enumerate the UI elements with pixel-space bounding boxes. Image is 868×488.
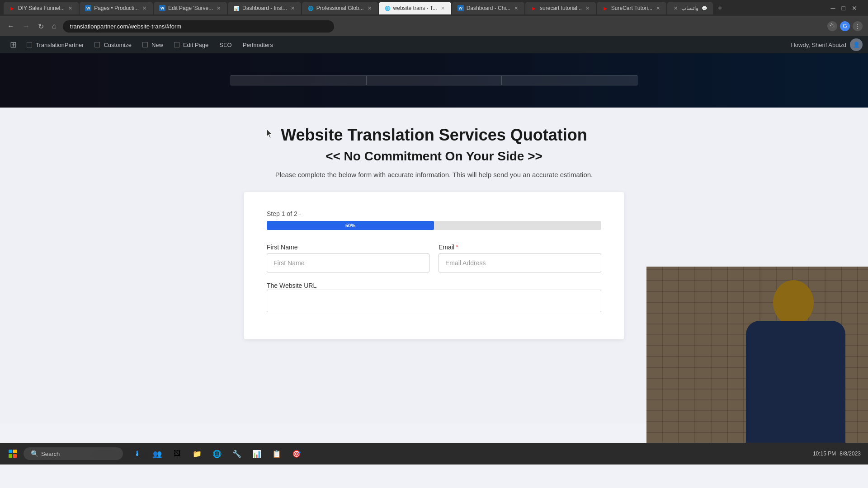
wp-admin-seo[interactable]: SEO <box>214 36 237 53</box>
tab-bar: ▶ DIY Sales Funnel... ✕ W Pages • Produc… <box>0 0 868 16</box>
page-title: Website Translation Services Quotation <box>281 126 587 145</box>
taskbar-app-chrome[interactable]: 🌐 <box>208 445 226 463</box>
hero-nav-item-3[interactable] <box>502 75 637 85</box>
taskbar-app-explorer[interactable]: 📁 <box>188 445 206 463</box>
address-bar: ← → ↻ ⌂ 🔌 G ⋮ <box>0 16 868 36</box>
tab-10[interactable]: 💬 واتساب ✕ <box>667 2 713 14</box>
toolbar-icons: 🔌 G ⋮ <box>827 21 863 31</box>
taskbar-app-settings[interactable]: 🔧 <box>228 445 246 463</box>
tab-7[interactable]: W Dashboard - Chi... ✕ <box>452 2 524 14</box>
tab-close-2[interactable]: ✕ <box>142 5 147 12</box>
mouse-cursor <box>267 129 274 141</box>
wp-admin-translation-partner[interactable]: TranslationPartner <box>21 36 89 53</box>
first-name-label: First Name <box>267 244 429 251</box>
page-description: Please complete the below form with accu… <box>275 171 593 178</box>
video-overlay <box>646 267 868 443</box>
taskbar-app-people[interactable]: 👥 <box>148 445 166 463</box>
minimize-button[interactable]: ─ <box>829 3 837 14</box>
close-browser-button[interactable]: ✕ <box>850 3 859 14</box>
form-group-email: Email* <box>439 244 601 272</box>
taskbar-app-excel[interactable]: 📊 <box>248 445 266 463</box>
extensions-icon[interactable]: 🔌 <box>827 21 837 31</box>
progress-bar-fill: 50% <box>267 221 434 230</box>
email-input[interactable] <box>439 253 601 272</box>
tab-close-8[interactable]: ✕ <box>585 5 590 12</box>
checkbox-icon <box>142 42 148 47</box>
hero-nav-item-1[interactable] <box>231 75 366 85</box>
tab-8[interactable]: ▶ surecart tutorial... ✕ <box>525 2 596 14</box>
taskbar-right: 10:15 PM 8/8/2023 <box>813 450 864 457</box>
tab-close-1[interactable]: ✕ <box>67 5 73 12</box>
tab-close-6[interactable]: ✕ <box>440 5 446 12</box>
website-url-input[interactable] <box>267 290 601 312</box>
form-group-first-name: First Name <box>267 244 429 272</box>
wp-admin-avatar[interactable]: 👤 <box>850 38 863 51</box>
taskbar: 🔍 Search 🌡 👥 🖼 📁 🌐 🔧 📊 📋 🎯 10:15 PM 8/8/… <box>0 443 868 465</box>
taskbar-apps: 🌡 👥 🖼 📁 🌐 🔧 📊 📋 🎯 <box>128 445 306 463</box>
taskbar-time: 10:15 PM <box>813 450 836 457</box>
page-subtitle: << No Commitment On Your Side >> <box>326 149 542 164</box>
checkbox-icon <box>27 42 32 47</box>
hero-nav <box>0 75 868 85</box>
tab-close-4[interactable]: ✕ <box>290 5 296 12</box>
checkbox-icon <box>174 42 179 47</box>
progress-bar-container: 50% <box>267 221 601 230</box>
taskbar-app-other[interactable]: 🎯 <box>288 445 306 463</box>
form-card: Step 1 of 2 - 50% First Name Email* The … <box>244 192 624 339</box>
tab-close-3[interactable]: ✕ <box>216 5 222 12</box>
new-tab-button[interactable]: + <box>714 4 726 13</box>
taskbar-app-notes[interactable]: 📋 <box>268 445 286 463</box>
refresh-button[interactable]: ↻ <box>36 20 46 33</box>
taskbar-search[interactable]: 🔍 Search <box>24 447 123 460</box>
wp-logo[interactable]: ⊞ <box>5 40 21 50</box>
tab-6[interactable]: 🌐 website trans - T... ✕ <box>379 2 451 14</box>
email-label: Email* <box>439 244 601 251</box>
wp-admin-new[interactable]: New <box>137 36 169 53</box>
hero-nav-item-2[interactable] <box>366 75 502 85</box>
taskbar-app-weather[interactable]: 🌡 <box>128 445 146 463</box>
tab-3[interactable]: W Edit Page 'Surve... ✕ <box>154 2 227 14</box>
step-label: Step 1 of 2 - <box>267 210 601 217</box>
tab-9[interactable]: ▶ SureCart Tutori... ✕ <box>597 2 666 14</box>
tab-5[interactable]: 🌐 Professional Glob... ✕ <box>302 2 378 14</box>
wp-admin-perfmatters[interactable]: Perfmatters <box>237 36 278 53</box>
profile-icon[interactable]: G <box>840 21 850 31</box>
progress-bar-text: 50% <box>345 223 355 228</box>
home-button[interactable]: ⌂ <box>50 20 58 32</box>
person-silhouette <box>719 271 854 443</box>
tab-4[interactable]: 📊 Dashboard - Inst... ✕ <box>228 2 301 14</box>
settings-icon[interactable]: ⋮ <box>853 21 863 31</box>
forward-button[interactable]: → <box>21 20 32 32</box>
first-name-input[interactable] <box>267 253 429 272</box>
taskbar-app-gallery[interactable]: 🖼 <box>168 445 186 463</box>
tab-close-5[interactable]: ✕ <box>367 5 373 12</box>
browser-chrome: ▶ DIY Sales Funnel... ✕ W Pages • Produc… <box>0 0 868 36</box>
wp-howdy: Howdy, Sherif Abuizd 👤 <box>791 38 863 51</box>
tab-close-9[interactable]: ✕ <box>655 5 661 12</box>
tab-2[interactable]: W Pages • Producti... ✕ <box>80 2 153 14</box>
wp-admin-bar: ⊞ TranslationPartner Customize New Edit … <box>0 36 868 53</box>
taskbar-date: 8/8/2023 <box>840 450 861 457</box>
wp-admin-edit-page[interactable]: Edit Page <box>169 36 214 53</box>
tab-close-7[interactable]: ✕ <box>513 5 519 12</box>
maximize-button[interactable]: □ <box>840 3 847 14</box>
wp-admin-customize[interactable]: Customize <box>89 36 137 53</box>
start-button[interactable] <box>4 445 22 463</box>
windows-logo-icon <box>9 450 17 458</box>
search-icon: 🔍 <box>31 450 38 457</box>
hero-section <box>0 53 868 108</box>
form-row-name-email: First Name Email* <box>267 244 601 272</box>
url-input[interactable] <box>63 20 334 33</box>
website-url-label: The Website URL <box>267 282 316 289</box>
checkbox-icon <box>94 42 100 47</box>
tab-close-10[interactable]: ✕ <box>673 5 679 12</box>
form-group-website-url: The Website URL <box>267 282 601 312</box>
back-button[interactable]: ← <box>5 20 16 32</box>
tab-1[interactable]: ▶ DIY Sales Funnel... ✕ <box>4 2 79 14</box>
